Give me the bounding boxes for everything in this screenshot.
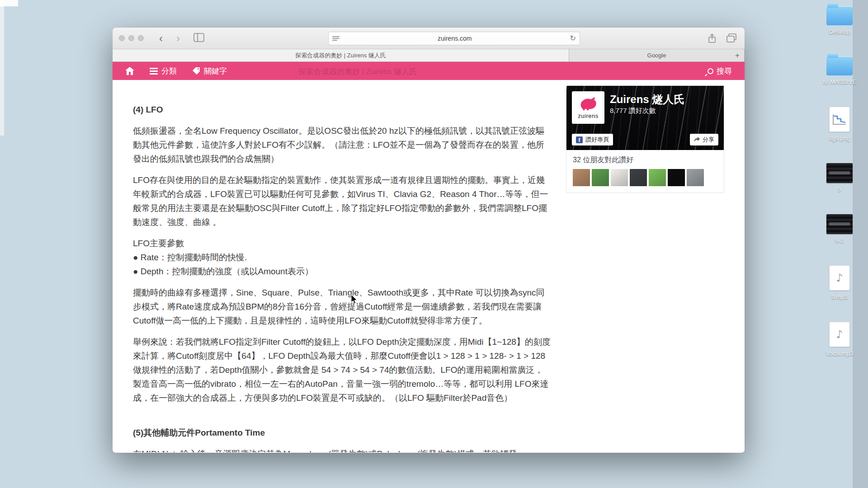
chart-thumbnail-icon xyxy=(832,113,847,126)
screenshot-thumbnail-icon xyxy=(826,214,853,234)
section-heading-portamento: (5)其他輔助元件Portamento Time xyxy=(133,426,551,440)
friend-avatar xyxy=(573,169,590,186)
audio-file-icon: ♪ xyxy=(829,322,850,347)
folder-icon xyxy=(826,56,853,75)
desktop-icon-label: NI MASSIVE xyxy=(823,79,856,85)
friend-avatar xyxy=(611,169,628,186)
desktop-icon-label: Desktop xyxy=(829,28,850,35)
folder-icon xyxy=(826,6,853,25)
paragraph: 舉例來說：若我們就將LFO指定到Filter Cutoff的旋鈕上，以LFO D… xyxy=(133,335,551,405)
nav-keywords[interactable]: 關鍵字 xyxy=(192,66,227,76)
desktop-icon-label: 9.mp3 xyxy=(831,294,848,300)
address-bar[interactable]: zuirens.com ↻ xyxy=(328,32,580,45)
tab-title: Google xyxy=(647,52,666,59)
page-content: (4) LFO 低頻振盪器，全名Low Frequency Oscillator… xyxy=(113,80,745,452)
desktop-icons-column: Desktop NI MASSIVE fig9.png 9 9-2 ♪ 9.mp… xyxy=(815,6,864,357)
url-text[interactable]: zuirens.com xyxy=(340,35,570,42)
sidebar-toggle-button[interactable] xyxy=(193,33,204,44)
rhino-logo-icon xyxy=(579,96,597,112)
article-body: (4) LFO 低頻振盪器，全名Low Frequency Oscillator… xyxy=(133,80,551,452)
facebook-like-button[interactable]: f 讚好專頁 xyxy=(572,134,613,145)
desktop-icon-label: 9-2 xyxy=(835,237,844,244)
home-icon xyxy=(125,67,134,75)
minimize-window-button[interactable] xyxy=(128,35,134,41)
tab-active[interactable]: 探索合成器的奧妙 | Zuirens 燧人氏 xyxy=(113,49,569,61)
image-file-icon xyxy=(829,107,850,132)
friends-like-text: 32 位朋友對此讚好 xyxy=(573,155,717,165)
mouse-cursor xyxy=(351,294,358,304)
facebook-page-name: Zuirens 燧人氏 xyxy=(610,92,684,107)
desktop-icon-9-2[interactable]: 9-2 xyxy=(815,214,864,244)
desktop-icon-vocal-mp3[interactable]: ♪ Vocal.mp3 xyxy=(815,322,864,357)
friend-avatar xyxy=(668,169,685,186)
nav-search-label: 搜尋 xyxy=(717,66,732,76)
faded-page-title: 探索合成器的奧妙 | Zuirens 燧人氏 xyxy=(298,66,417,77)
desktop-icon-9-mp3[interactable]: ♪ 9.mp3 xyxy=(815,265,864,300)
toolbar-right-buttons xyxy=(708,33,736,43)
desktop-icon-9[interactable]: 9 xyxy=(815,163,864,193)
section-heading-lfo: (4) LFO xyxy=(133,103,551,117)
back-button[interactable]: ‹ xyxy=(155,33,167,44)
search-icon xyxy=(708,68,713,74)
tab-overview-icon[interactable] xyxy=(726,33,736,42)
tab-google[interactable]: Google + xyxy=(569,49,745,61)
nav-keywords-label: 關鍵字 xyxy=(204,66,227,76)
desktop-icon-label: 9 xyxy=(838,186,841,193)
url-field-area: zuirens.com ↻ xyxy=(209,32,699,45)
paragraph: 擺動時的曲線有多種選擇，Sine、Square、Pulse、Triangle、S… xyxy=(133,286,551,328)
window-controls xyxy=(119,35,144,41)
friend-avatar xyxy=(630,169,647,186)
music-note-icon: ♪ xyxy=(836,272,843,284)
desktop-icon-label: fig9.png xyxy=(829,135,850,142)
share-icon[interactable] xyxy=(708,33,717,43)
nav-categories[interactable]: 分類 xyxy=(150,66,177,76)
site-navigation-bar: 分類 關鍵字 探索合成器的奧妙 | Zuirens 燧人氏 搜尋 xyxy=(113,62,745,80)
nav-categories-label: 分類 xyxy=(161,66,177,76)
browser-toolbar: ‹ › zuirens.com ↻ xyxy=(113,28,745,49)
reload-icon[interactable]: ↻ xyxy=(570,34,576,42)
facebook-cover-photo: zuirens Zuirens 燧人氏 8,777 讚好次數 f 讚好專頁 分享 xyxy=(566,86,724,150)
paragraph: 在MIDI Note輸入後，音源即應決定其為Monophony(單發生數)或Po… xyxy=(133,447,551,452)
desktop-icon-label: Vocal.mp3 xyxy=(826,350,854,357)
facebook-share-button[interactable]: 分享 xyxy=(690,134,718,145)
nav-search-button[interactable]: 搜尋 xyxy=(708,66,732,76)
new-tab-button[interactable]: + xyxy=(735,49,740,61)
lfo-parameters-list: LFO主要參數 ● Rate：控制擺動時間的快慢. ● Depth：控制擺動的強… xyxy=(133,236,551,278)
background-window-edge xyxy=(0,0,4,136)
facebook-widget-info: 32 位朋友對此讚好 xyxy=(566,150,724,192)
friend-avatar xyxy=(592,169,609,186)
screenshot-thumbnail-icon xyxy=(826,163,853,183)
tab-bar: 探索合成器的奧妙 | Zuirens 燧人氏 Google + xyxy=(113,49,745,62)
facebook-page-widget: zuirens Zuirens 燧人氏 8,777 讚好次數 f 讚好專頁 分享… xyxy=(566,85,724,193)
audio-file-icon: ♪ xyxy=(829,265,850,291)
sidebar-icon xyxy=(193,33,204,42)
menu-icon xyxy=(150,68,158,75)
desktop-icon-folder-ni-massive[interactable]: NI MASSIVE xyxy=(815,56,864,85)
safari-window: ‹ › zuirens.com ↻ xyxy=(113,28,745,453)
friend-avatars-row xyxy=(573,169,717,186)
zuirens-logo: zuirens xyxy=(572,91,604,124)
friend-avatar xyxy=(649,169,666,186)
close-window-button[interactable] xyxy=(119,35,125,41)
music-note-icon: ♪ xyxy=(836,328,843,341)
zoom-window-button[interactable] xyxy=(138,35,144,41)
desktop-icon-fig9-png[interactable]: fig9.png xyxy=(815,107,864,142)
facebook-likes-count: 8,777 讚好次數 xyxy=(610,107,656,115)
tag-icon xyxy=(192,67,200,75)
desktop-icon-folder-desktop[interactable]: Desktop xyxy=(815,6,864,35)
paragraph: LFO存在與使用的目的是在於驅動指定的裝置動作，使其裝置形成一道有規律且週期性的… xyxy=(133,173,551,229)
forward-button[interactable]: › xyxy=(172,33,184,44)
paragraph: 低頻振盪器，全名Low Frequency Oscillator。是以OSC發出… xyxy=(133,124,551,166)
share-arrow-icon xyxy=(694,137,700,142)
share-button-label: 分享 xyxy=(703,136,714,144)
reader-mode-icon[interactable] xyxy=(332,36,340,41)
friend-avatar xyxy=(687,169,704,186)
facebook-f-icon: f xyxy=(576,136,583,143)
nav-home[interactable] xyxy=(125,67,134,75)
like-button-label: 讚好專頁 xyxy=(585,136,609,144)
logo-text: zuirens xyxy=(578,113,598,119)
